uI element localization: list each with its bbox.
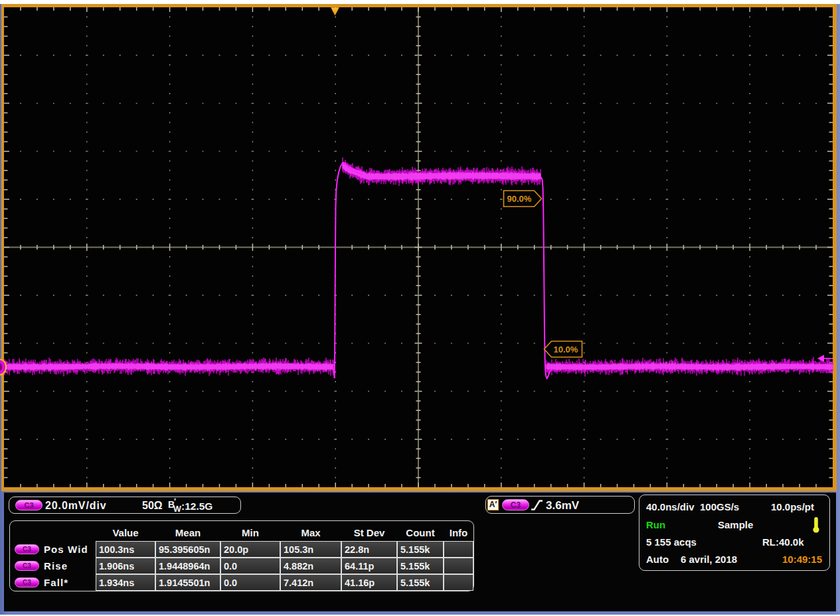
svg-text:10.0%: 10.0% xyxy=(554,345,578,354)
svg-text:90.0%: 90.0% xyxy=(507,194,532,204)
